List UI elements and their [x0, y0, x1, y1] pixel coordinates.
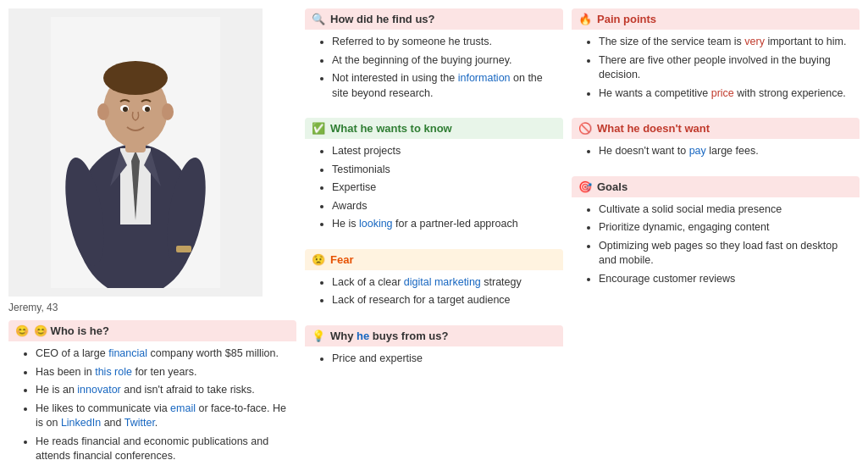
pain-list: The size of the service team is very imp…: [585, 35, 853, 101]
list-item: Cultivate a solid social media presence: [599, 202, 853, 218]
search-icon: 🔍: [312, 13, 325, 25]
list-item: Prioritize dynamic, engaging content: [599, 220, 853, 236]
doesnt-want-label: What he doesn't want: [597, 122, 710, 135]
who-body: CEO of a large financial company worth $…: [8, 341, 296, 460]
right-column: 🔥 Pain points The size of the service te…: [572, 8, 860, 460]
fear-section: 😟 Fear Lack of a clear digital marketing…: [305, 249, 563, 317]
svg-point-8: [162, 103, 174, 120]
list-item: Lack of a clear digital marketing strate…: [332, 275, 556, 291]
list-item: Awards: [332, 199, 556, 214]
who-label: 😊 Who is he?: [34, 324, 109, 337]
goals-header: 🎯 Goals: [572, 176, 860, 197]
list-item: He reads financial and economic publicat…: [36, 435, 290, 461]
doesnt-want-list: He doesn't want to pay large fees.: [585, 144, 853, 159]
list-item: CEO of a large financial company worth $…: [36, 346, 290, 362]
who-icon: 😊: [15, 324, 29, 337]
fear-label: Fear: [330, 253, 353, 266]
pain-label: Pain points: [597, 13, 656, 25]
list-item: There are five other people involved in …: [599, 53, 853, 83]
svg-rect-15: [176, 246, 191, 252]
list-item: Not interested in using the information …: [332, 71, 556, 101]
svg-point-6: [103, 61, 168, 95]
list-item: Encourage customer reviews: [599, 272, 853, 287]
svg-point-12: [145, 107, 150, 112]
fear-header: 😟 Fear: [305, 249, 563, 270]
goals-list: Cultivate a solid social media presence …: [585, 202, 853, 287]
no-icon: 🚫: [578, 122, 592, 135]
who-section: 😊 😊 Who is he? CEO of a large financial …: [8, 320, 296, 460]
list-item: Referred to by someone he trusts.: [332, 35, 556, 50]
svg-point-11: [123, 107, 128, 112]
wants-body: Latest projects Testimonials Expertise A…: [305, 139, 563, 241]
pain-section: 🔥 Pain points The size of the service te…: [572, 8, 860, 109]
pain-body: The size of the service team is very imp…: [572, 30, 860, 109]
persona-photo: [8, 8, 263, 297]
list-item: Price and expertise: [332, 352, 556, 367]
page-container: Jeremy, 43 😊 😊 Who is he? CEO of a large…: [0, 0, 868, 460]
why-section: 💡 Why he buys from us? Price and experti…: [305, 325, 563, 375]
svg-point-7: [97, 103, 109, 120]
list-item: He likes to communicate via email or fac…: [36, 402, 290, 431]
list-item: The size of the service team is very imp…: [599, 35, 853, 50]
how-header: 🔍 How did he find us?: [305, 8, 563, 30]
list-item: Latest projects: [332, 144, 556, 159]
list-item: He is an innovator and isn't afraid to t…: [36, 383, 290, 398]
list-item: Expertise: [332, 180, 556, 196]
wants-header: ✅ What he wants to know: [305, 118, 563, 139]
how-label: How did he find us?: [330, 13, 435, 25]
doesnt-want-header: 🚫 What he doesn't want: [572, 118, 860, 139]
who-header: 😊 😊 Who is he?: [8, 320, 296, 341]
pain-icon: 🔥: [578, 13, 592, 25]
why-body: Price and expertise: [305, 346, 563, 375]
goals-icon: 🎯: [578, 180, 592, 193]
how-body: Referred to by someone he trusts. At the…: [305, 30, 563, 109]
list-item: Has been in this role for ten years.: [36, 365, 290, 380]
list-item: Testimonials: [332, 163, 556, 178]
goals-section: 🎯 Goals Cultivate a solid social media p…: [572, 176, 860, 296]
why-header: 💡 Why he buys from us?: [305, 325, 563, 346]
list-item: He is looking for a partner-led approach: [332, 217, 556, 232]
persona-illustration: [51, 17, 220, 288]
fear-list: Lack of a clear digital marketing strate…: [318, 275, 556, 308]
wants-label: What he wants to know: [330, 122, 452, 135]
pain-header: 🔥 Pain points: [572, 8, 860, 30]
doesnt-want-section: 🚫 What he doesn't want He doesn't want t…: [572, 118, 860, 168]
why-label: Why he buys from us?: [330, 330, 448, 342]
fear-body: Lack of a clear digital marketing strate…: [305, 270, 563, 317]
fear-icon: 😟: [312, 253, 325, 266]
bulb-icon: 💡: [312, 330, 325, 342]
how-section: 🔍 How did he find us? Referred to by som…: [305, 8, 563, 109]
wants-list: Latest projects Testimonials Expertise A…: [318, 144, 556, 232]
list-item: Lack of research for a target audience: [332, 293, 556, 308]
check-icon: ✅: [312, 122, 325, 135]
persona-name: Jeremy, 43: [8, 302, 296, 313]
list-item: He wants a competitive price with strong…: [599, 86, 853, 102]
list-item: Optimizing web pages so they load fast o…: [599, 239, 853, 269]
goals-body: Cultivate a solid social media presence …: [572, 197, 860, 296]
left-column: Jeremy, 43 😊 😊 Who is he? CEO of a large…: [8, 8, 296, 460]
goals-label: Goals: [597, 180, 628, 193]
doesnt-want-body: He doesn't want to pay large fees.: [572, 139, 860, 168]
middle-column: 🔍 How did he find us? Referred to by som…: [305, 8, 563, 460]
why-list: Price and expertise: [318, 352, 556, 367]
list-item: At the beginning of the buying journey.: [332, 53, 556, 69]
how-list: Referred to by someone he trusts. At the…: [318, 35, 556, 101]
wants-section: ✅ What he wants to know Latest projects …: [305, 118, 563, 241]
list-item: He doesn't want to pay large fees.: [599, 144, 853, 159]
who-list: CEO of a large financial company worth $…: [22, 346, 290, 460]
